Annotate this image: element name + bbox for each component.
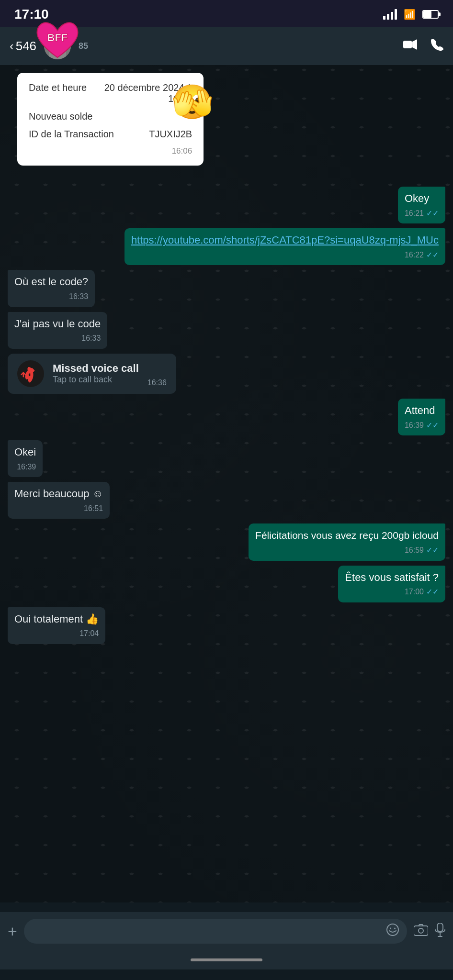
member-count: 85 xyxy=(79,41,396,51)
missed-call-bubble[interactable]: Missed voice call Tap to call back 16:36 xyxy=(8,354,176,394)
message-text: Merci beaucoup ☺️ xyxy=(14,488,103,500)
call-time: 16:36 xyxy=(147,379,167,387)
bubble[interactable]: https://youtube.com/shorts/jZsCATС81pE?s… xyxy=(125,228,445,265)
read-receipts: ✓✓ xyxy=(426,208,439,219)
bubble: Attend 16:39 ✓✓ xyxy=(398,399,445,435)
message-jai-pas: J'ai pas vu le code 16:33 xyxy=(8,312,445,349)
bff-badge: BFF xyxy=(35,19,80,63)
message-time: 16:33 xyxy=(69,291,88,302)
transaction-row: ID de la Transaction TJUXIJ2B xyxy=(29,129,192,140)
status-icons: 📶 xyxy=(383,9,439,20)
message-okei: Okei 16:39 xyxy=(8,440,445,477)
call-icon-wrap xyxy=(17,360,44,387)
bubble: Où est le code? 16:33 xyxy=(8,270,95,307)
balance-label: Nouveau solde xyxy=(29,111,92,122)
signal-icon xyxy=(383,9,397,20)
message-text: Oui totalement 👍 xyxy=(14,613,99,625)
message-text: Okei xyxy=(14,446,36,458)
call-title: Missed voice call xyxy=(53,362,139,375)
back-chevron-icon: ‹ xyxy=(10,39,14,54)
message-meta: 17:04 xyxy=(14,628,99,639)
message-text: Attend xyxy=(405,404,435,416)
svg-rect-11 xyxy=(414,926,428,935)
wifi-icon: 📶 xyxy=(404,9,416,20)
message-oui-totalement: Oui totalement 👍 17:04 xyxy=(8,607,445,644)
card-time: 16:06 xyxy=(29,146,192,156)
home-bar xyxy=(191,958,262,961)
video-call-icon[interactable] xyxy=(403,39,418,54)
message-attend: Attend 16:39 ✓✓ xyxy=(8,399,445,435)
message-meta: 16:22 ✓✓ xyxy=(131,250,439,260)
message-meta: 16:59 ✓✓ xyxy=(255,545,439,556)
svg-text:BFF: BFF xyxy=(47,32,68,44)
chat-area: Date et heure 20 décembre 2024 à 16:05 N… xyxy=(0,65,453,902)
message-time: 16:51 xyxy=(84,503,103,514)
message-time: 16:21 xyxy=(405,208,424,219)
sticker-icon[interactable] xyxy=(386,923,399,939)
message-youtube-link: https://youtube.com/shorts/jZsCATС81pE?s… xyxy=(8,228,445,265)
transaction-label: ID de la Transaction xyxy=(29,129,114,140)
svg-point-8 xyxy=(387,924,398,935)
back-button[interactable]: ‹ 546 xyxy=(10,39,36,54)
message-missed-call: Missed voice call Tap to call back 16:36 xyxy=(8,354,445,394)
date-row: Date et heure 20 décembre 2024 à 16:05 xyxy=(29,82,192,104)
svg-point-12 xyxy=(419,928,423,933)
input-bar: + xyxy=(0,912,453,950)
message-meta: 16:39 ✓✓ xyxy=(405,420,439,431)
home-indicator xyxy=(0,950,453,969)
chat-header: ‹ 546 BFF 85 xyxy=(0,27,453,65)
read-receipts: ✓✓ xyxy=(426,545,439,556)
missed-call-icon xyxy=(20,363,42,384)
svg-point-9 xyxy=(390,928,391,929)
message-text: Où est le code? xyxy=(14,276,88,288)
bubble: J'ai pas vu le code 16:33 xyxy=(8,312,107,349)
message-text: J'ai pas vu le code xyxy=(14,318,101,330)
svg-marker-6 xyxy=(412,39,417,50)
message-time: 17:00 xyxy=(405,587,424,597)
card-emoji: 🫣 xyxy=(171,82,213,122)
message-satisfait: Êtes vous satisfait ? 17:00 ✓✓ xyxy=(8,566,445,602)
bubble: Félicitations vous avez reçu 200gb iclou… xyxy=(249,523,445,560)
transaction-value: TJUXIJ2B xyxy=(149,129,192,140)
plus-icon[interactable]: + xyxy=(8,922,17,941)
camera-icon[interactable] xyxy=(414,924,428,938)
message-time: 16:39 xyxy=(17,462,36,472)
microphone-icon[interactable] xyxy=(435,923,445,939)
bubble: Merci beaucoup ☺️ 16:51 xyxy=(8,482,110,519)
message-time: 16:39 xyxy=(405,420,424,431)
balance-row: Nouveau solde xyxy=(29,111,192,122)
message-meta: 16:39 xyxy=(14,462,36,472)
message-merci: Merci beaucoup ☺️ 16:51 xyxy=(8,482,445,519)
battery-icon xyxy=(422,10,439,19)
bubble: Êtes vous satisfait ? 17:00 ✓✓ xyxy=(338,566,445,602)
call-info: Missed voice call Tap to call back xyxy=(53,362,139,385)
svg-rect-13 xyxy=(437,923,443,932)
svg-rect-5 xyxy=(403,41,412,48)
bubble: Oui totalement 👍 17:04 xyxy=(8,607,105,644)
message-meta: 17:00 ✓✓ xyxy=(345,587,439,597)
messages-list: Okey 16:21 ✓✓ https://youtube.com/shorts… xyxy=(8,187,445,646)
message-meta: 16:33 xyxy=(14,333,101,344)
message-time: 16:33 xyxy=(81,333,101,344)
read-receipts: ✓✓ xyxy=(426,587,439,597)
bubble[interactable]: Okey 16:21 ✓✓ xyxy=(398,187,445,223)
message-ou-code: Où est le code? 16:33 xyxy=(8,270,445,307)
bubble: Okei 16:39 xyxy=(8,440,43,477)
unread-count: 546 xyxy=(16,39,36,54)
message-felicitations: Félicitations vous avez reçu 200gb iclou… xyxy=(8,523,445,560)
read-receipts: ✓✓ xyxy=(426,420,439,431)
link-text[interactable]: https://youtube.com/shorts/jZsCATС81pE?s… xyxy=(131,234,439,246)
message-text: Okey xyxy=(405,192,429,204)
message-time: 16:59 xyxy=(405,545,424,556)
phone-call-icon[interactable] xyxy=(431,38,443,54)
chat-name[interactable]: 85 xyxy=(79,41,396,51)
call-subtitle: Tap to call back xyxy=(53,375,139,385)
message-input[interactable] xyxy=(24,919,407,944)
message-time: 16:22 xyxy=(405,250,424,260)
avatar-container: BFF xyxy=(44,33,71,59)
date-label: Date et heure xyxy=(29,82,87,93)
message-text: Félicitations vous avez reçu 200gb iclou… xyxy=(255,530,439,541)
read-receipts: ✓✓ xyxy=(426,250,439,260)
header-actions xyxy=(403,38,443,54)
message-meta: 16:21 ✓✓ xyxy=(405,208,439,219)
